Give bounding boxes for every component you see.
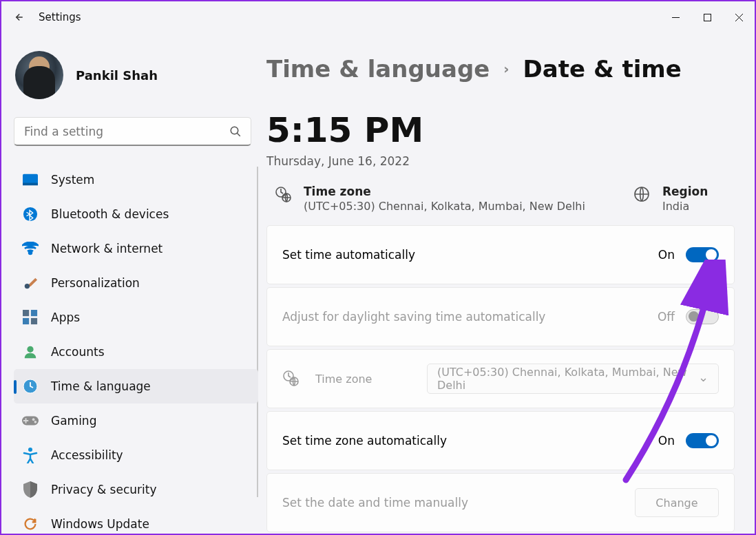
titlebar: Settings — [1, 1, 755, 33]
timezone-label: Time zone — [304, 185, 585, 198]
timezone-select: (UTC+05:30) Chennai, Kolkata, Mumbai, Ne… — [427, 364, 719, 394]
toggle-dst-auto — [686, 309, 719, 324]
sidebar-item-gaming[interactable]: Gaming — [14, 403, 258, 438]
svg-rect-8 — [23, 318, 29, 324]
svg-rect-0 — [704, 14, 711, 21]
toggle-state-text: On — [658, 434, 675, 448]
person-icon — [22, 344, 39, 360]
sidebar-item-label: Personalization — [51, 276, 140, 290]
svg-point-14 — [32, 418, 35, 421]
timezone-summary: Time zone (UTC+05:30) Chennai, Kolkata, … — [275, 185, 585, 213]
minimize-button[interactable] — [660, 4, 691, 30]
region-label: Region — [662, 185, 708, 198]
clock-globe-icon — [282, 370, 299, 389]
system-icon — [22, 171, 39, 188]
breadcrumb-current: Date & time — [523, 55, 682, 83]
card-set-tz-auto: Set time zone automatically On — [266, 411, 735, 470]
svg-point-5 — [25, 284, 30, 289]
sidebar-item-label: Apps — [51, 311, 80, 324]
sidebar-item-bluetooth[interactable]: Bluetooth & devices — [14, 197, 258, 231]
clock-globe-icon — [22, 378, 39, 395]
sidebar-item-windows-update[interactable]: Windows Update — [14, 507, 258, 535]
breadcrumb: Time & language › Date & time — [266, 55, 749, 83]
profile-name: Pankil Shah — [76, 68, 158, 83]
sidebar-item-label: Bluetooth & devices — [51, 207, 169, 221]
wifi-icon — [22, 240, 39, 257]
chevron-right-icon: › — [503, 61, 509, 77]
card-label: Time zone — [315, 373, 372, 386]
maximize-button[interactable] — [691, 4, 723, 30]
sidebar-item-label: Time & language — [51, 379, 151, 393]
sidebar-item-label: Network & internet — [51, 242, 162, 255]
brush-icon — [22, 275, 39, 291]
back-button[interactable] — [11, 10, 25, 24]
clock-globe-icon — [275, 186, 291, 213]
sidebar-item-label: Windows Update — [51, 517, 149, 531]
toggle-set-time-auto[interactable] — [686, 247, 719, 262]
change-button: Change — [635, 488, 719, 517]
sidebar-item-label: Privacy & security — [51, 483, 157, 496]
sidebar-item-accounts[interactable]: Accounts — [14, 335, 258, 369]
region-summary: Region India — [633, 185, 708, 213]
svg-point-15 — [34, 421, 37, 423]
card-set-manual: Set the date and time manually Change — [266, 473, 735, 532]
gamepad-icon — [22, 412, 39, 429]
svg-point-16 — [28, 448, 32, 452]
current-date: Thursday, June 16, 2022 — [266, 154, 749, 168]
app-title: Settings — [39, 11, 81, 23]
sidebar-item-label: Accessibility — [51, 448, 123, 462]
breadcrumb-parent[interactable]: Time & language — [266, 55, 490, 83]
accessibility-icon — [22, 447, 39, 463]
sidebar-item-label: Accounts — [51, 345, 105, 359]
search-icon — [229, 125, 242, 140]
sidebar-item-label: System — [51, 173, 94, 187]
close-button[interactable] — [723, 4, 755, 30]
update-icon — [22, 516, 39, 532]
sidebar-item-apps[interactable]: Apps — [14, 300, 258, 335]
toggle-set-tz-auto[interactable] — [686, 433, 719, 448]
timezone-select-value: (UTC+05:30) Chennai, Kolkata, Mumbai, Ne… — [437, 366, 691, 392]
card-set-time-auto: Set time automatically On — [266, 225, 735, 284]
card-label: Set time automatically — [282, 248, 415, 262]
sidebar-item-system[interactable]: System — [14, 162, 258, 197]
sidebar-item-personalization[interactable]: Personalization — [14, 266, 258, 300]
sidebar: Pankil Shah System Bluetooth & devices N… — [1, 33, 266, 534]
timezone-value: (UTC+05:30) Chennai, Kolkata, Mumbai, Ne… — [304, 200, 585, 213]
sidebar-item-label: Gaming — [51, 414, 96, 428]
current-time: 5:15 PM — [266, 110, 749, 150]
svg-point-1 — [231, 127, 238, 134]
svg-rect-6 — [23, 310, 29, 316]
card-label: Set time zone automatically — [282, 434, 447, 448]
svg-rect-9 — [31, 318, 37, 324]
sidebar-item-privacy[interactable]: Privacy & security — [14, 472, 258, 507]
toggle-state-text: Off — [658, 310, 675, 324]
apps-icon — [22, 309, 39, 326]
card-timezone: Time zone (UTC+05:30) Chennai, Kolkata, … — [266, 349, 735, 408]
svg-rect-7 — [31, 310, 37, 316]
svg-rect-2 — [23, 174, 38, 185]
sidebar-item-network[interactable]: Network & internet — [14, 231, 258, 266]
toggle-state-text: On — [658, 248, 675, 262]
card-label: Set the date and time manually — [282, 496, 468, 510]
sidebar-item-accessibility[interactable]: Accessibility — [14, 438, 258, 472]
search-input[interactable] — [14, 117, 251, 146]
avatar — [15, 51, 63, 99]
svg-point-10 — [27, 346, 33, 353]
main-pane: Time & language › Date & time 5:15 PM Th… — [266, 33, 755, 534]
profile[interactable]: Pankil Shah — [14, 51, 266, 99]
card-dst-auto: Adjust for daylight saving time automati… — [266, 287, 735, 346]
svg-rect-3 — [23, 183, 38, 186]
change-button-label: Change — [655, 496, 697, 510]
sidebar-item-time-language[interactable]: Time & language — [14, 369, 258, 403]
card-label: Adjust for daylight saving time automati… — [282, 310, 545, 324]
bluetooth-icon — [22, 206, 39, 222]
region-value: India — [662, 200, 708, 213]
globe-icon — [633, 186, 650, 213]
shield-icon — [22, 481, 39, 498]
